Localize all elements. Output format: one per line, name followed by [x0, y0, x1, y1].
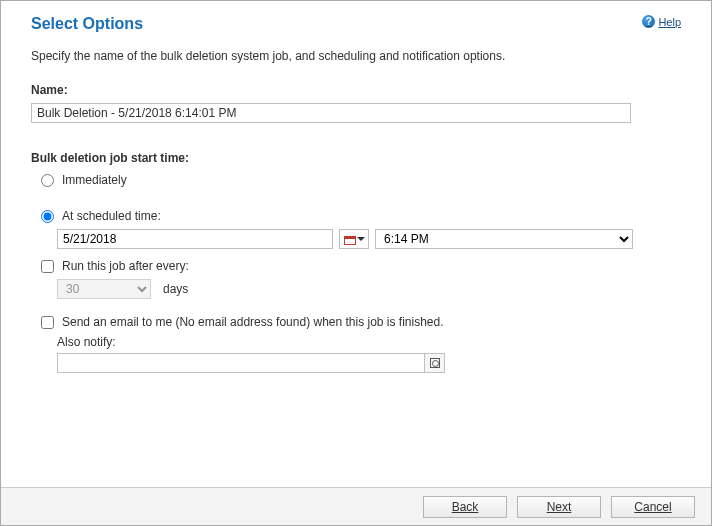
recurrence-checkbox[interactable] [41, 260, 54, 273]
also-notify-input[interactable] [58, 354, 424, 372]
recurrence-days-select[interactable]: 30 [57, 279, 151, 299]
help-link-label: Help [658, 16, 681, 28]
select-options-dialog: Select Options ? Help Specify the name o… [0, 0, 712, 526]
scheduled-label: At scheduled time: [62, 209, 161, 223]
help-icon: ? [642, 15, 655, 28]
chevron-down-icon [357, 237, 365, 241]
recurrence-label: Run this job after every: [62, 259, 189, 273]
next-button[interactable]: Next [517, 496, 601, 518]
option-recurrence: Run this job after every: [41, 259, 681, 273]
option-immediately: Immediately [41, 173, 681, 187]
back-button[interactable]: Back [423, 496, 507, 518]
also-notify-block: Also notify: [57, 335, 681, 373]
name-input[interactable] [31, 103, 631, 123]
name-label: Name: [31, 83, 681, 97]
lookup-button[interactable] [424, 354, 444, 372]
description-text: Specify the name of the bulk deletion sy… [31, 49, 681, 63]
calendar-button[interactable] [339, 229, 369, 249]
option-scheduled: At scheduled time: [41, 209, 681, 223]
cancel-button[interactable]: Cancel [611, 496, 695, 518]
lookup-icon [430, 358, 440, 368]
email-label: Send an email to me (No email address fo… [62, 315, 444, 329]
cancel-button-label: Cancel [634, 500, 671, 514]
dialog-body: Specify the name of the bulk deletion sy… [1, 41, 711, 373]
scheduled-datetime-row: 6:14 PM [57, 229, 681, 249]
date-input[interactable] [57, 229, 333, 249]
dialog-header: Select Options ? Help [1, 1, 711, 41]
time-select[interactable]: 6:14 PM [375, 229, 633, 249]
page-title: Select Options [31, 15, 143, 33]
back-button-label: Back [452, 500, 479, 514]
also-notify-lookup [57, 353, 445, 373]
dialog-footer: Back Next Cancel [1, 487, 711, 525]
recurrence-value-row: 30 days [57, 279, 681, 299]
next-button-label: Next [547, 500, 572, 514]
also-notify-label: Also notify: [57, 335, 681, 349]
help-link[interactable]: ? Help [642, 15, 681, 28]
immediately-radio[interactable] [41, 174, 54, 187]
calendar-icon [344, 234, 356, 245]
email-checkbox[interactable] [41, 316, 54, 329]
option-email: Send an email to me (No email address fo… [41, 315, 681, 329]
immediately-label: Immediately [62, 173, 127, 187]
start-time-label: Bulk deletion job start time: [31, 151, 681, 165]
scheduled-radio[interactable] [41, 210, 54, 223]
recurrence-suffix: days [163, 282, 188, 296]
